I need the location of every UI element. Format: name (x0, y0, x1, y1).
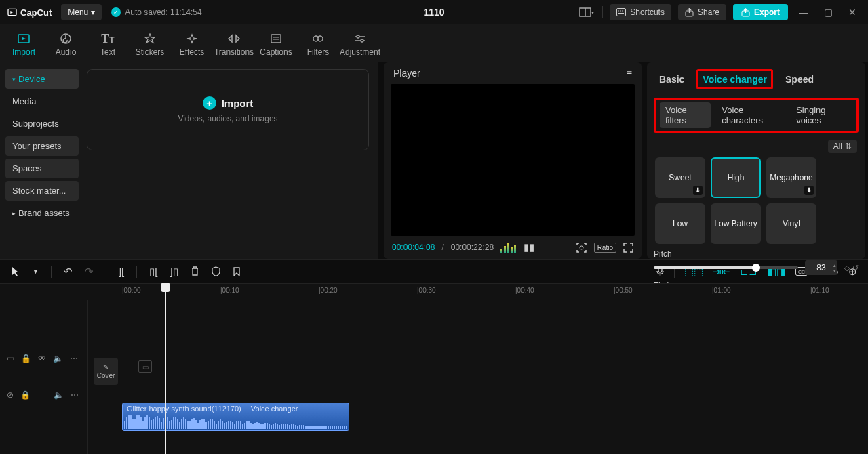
download-icon: ⬇ (804, 186, 814, 195)
player-title: Player (393, 68, 420, 79)
stickers-icon (144, 31, 156, 46)
trim-left-button[interactable]: ▯[ (149, 266, 157, 278)
sidebar-item-media[interactable]: Media (5, 91, 79, 111)
eye-icon[interactable]: 👁 (38, 354, 46, 363)
time-ruler[interactable]: |00:00|00:10|00:20|00:30|00:40|00:50|01:… (0, 283, 868, 300)
layout-button[interactable]: ▾ (578, 3, 595, 21)
minimize-button[interactable]: — (795, 3, 812, 21)
shortcuts-button[interactable]: Shortcuts (610, 4, 671, 20)
inspector-tab-basic[interactable]: Basic (655, 71, 688, 87)
preset-label: High (728, 173, 745, 182)
ratio-button[interactable]: Ratio (594, 243, 616, 253)
menu-label: Menu (68, 7, 88, 17)
app-name: CapCut (20, 7, 52, 18)
voice-subtab-voice-characters[interactable]: Voice characters (716, 102, 785, 128)
undo-button[interactable]: ↶ (64, 266, 73, 278)
more-icon[interactable]: ⋯ (70, 354, 78, 363)
fullscreen-button[interactable] (623, 243, 633, 253)
project-title[interactable]: 1110 (423, 7, 444, 18)
split-button[interactable]: ]​[ (119, 266, 124, 277)
cover-button[interactable]: ✎ Cover (94, 358, 118, 385)
pitch-value[interactable]: 83▴▾ (805, 260, 837, 275)
lock-icon[interactable]: 🔒 (20, 390, 31, 400)
zoom-in-button[interactable]: ⊕ (848, 266, 857, 278)
share-label: Share (698, 7, 719, 17)
top-tab-captions[interactable]: Captions (256, 27, 296, 61)
more-icon[interactable]: ⋯ (71, 390, 79, 400)
sidebar-item-device[interactable]: ▾Device (5, 69, 79, 89)
player-controls: 00:00:04:08 / 00:00:22:28 ▮▮ Ratio (384, 236, 642, 259)
sidebar-item-stock-mater-[interactable]: Stock mater... (5, 181, 79, 201)
top-tab-adjustment[interactable]: Adjustment (340, 27, 380, 61)
playhead-handle[interactable] (161, 283, 170, 292)
sidebar-item-spaces[interactable]: Spaces (5, 159, 79, 178)
pitch-slider[interactable] (654, 266, 798, 269)
audio-clip[interactable]: Glitter happy synth sound(112170) Voice … (122, 403, 349, 431)
player-menu-icon[interactable]: ≡ (627, 68, 632, 79)
playhead[interactable] (165, 300, 166, 454)
import-dropzone[interactable]: + Import Videos, audios, and images (87, 69, 369, 150)
scan-button[interactable] (576, 242, 587, 253)
audio-icon (60, 31, 72, 46)
voice-preset-low-battery[interactable]: Low Battery (711, 203, 761, 244)
delete-button[interactable] (191, 266, 199, 276)
import-icon (17, 31, 31, 46)
close-button[interactable]: ✕ (844, 3, 861, 21)
transitions-icon (227, 31, 241, 46)
share-button[interactable]: Share (678, 4, 726, 20)
stepper-icon[interactable]: ▴▾ (833, 263, 836, 273)
plus-icon: + (203, 96, 216, 110)
voice-subtab-voice-filters[interactable]: Voice filters (660, 102, 711, 128)
export-button[interactable]: Export (733, 4, 788, 20)
voice-preset-megaphone[interactable]: Megaphone⬇ (766, 157, 816, 198)
time-tick: |00:00 (122, 287, 141, 294)
top-tab-audio[interactable]: Audio (46, 27, 85, 61)
voice-subtab-singing-voices[interactable]: Singing voices (791, 102, 852, 128)
mute-icon[interactable]: 🔈 (54, 390, 64, 400)
voice-preset-low[interactable]: Low (655, 203, 705, 244)
layout-icon (579, 7, 591, 17)
voice-preset-vinyl[interactable]: Vinyl (766, 203, 816, 244)
preset-label: Sweet (669, 173, 691, 182)
top-tab-import[interactable]: Import (4, 27, 43, 61)
trim-right-button[interactable]: ]▯ (170, 266, 178, 278)
sidebar-item-brand-assets[interactable]: ▸Brand assets (5, 203, 79, 223)
player-panel: Player ≡ 00:00:04:08 / 00:00:22:28 ▮▮ Ra… (384, 62, 642, 259)
top-tab-text[interactable]: TTText (88, 27, 127, 61)
top-tab-label: Effects (180, 47, 204, 57)
tool-dropdown[interactable]: ▼ (33, 268, 39, 275)
text-icon: TT (101, 31, 114, 46)
menu-button[interactable]: Menu ▾ (61, 4, 102, 20)
marker-button[interactable] (212, 266, 220, 276)
voice-preset-high[interactable]: High (711, 157, 761, 198)
slider-thumb[interactable] (752, 264, 760, 272)
svg-text:CC: CC (798, 270, 805, 274)
auto-saved-status: ✓ Auto saved: 11:14:54 (111, 7, 201, 17)
video-track-icon[interactable]: ▭ (7, 354, 14, 363)
inspector-tab-speed[interactable]: Speed (781, 71, 818, 87)
voice-preset-sweet[interactable]: Sweet⬇ (655, 157, 705, 198)
all-filter-button[interactable]: All ⇅ (828, 140, 857, 153)
top-tab-stickers[interactable]: Stickers (130, 27, 170, 61)
flag-button[interactable] (233, 267, 241, 276)
maximize-button[interactable]: ▢ (819, 3, 837, 21)
sidebar-item-your-presets[interactable]: Your presets (5, 136, 79, 156)
redo-button[interactable]: ↷ (85, 266, 94, 278)
inspector-tab-voice-changer[interactable]: Voice changer (696, 69, 773, 89)
mute-icon[interactable]: 🔈 (53, 354, 63, 363)
sidebar-item-subprojects[interactable]: Subprojects (5, 114, 79, 133)
lock-icon[interactable]: 🔒 (21, 354, 31, 363)
select-tool[interactable] (11, 266, 20, 277)
play-pause-button[interactable]: ▮▮ (524, 241, 534, 253)
top-tab-filters[interactable]: Filters (298, 27, 338, 61)
top-tab-label: Captions (260, 47, 292, 57)
sidebar-item-label: Subprojects (12, 119, 59, 129)
video-preview[interactable] (391, 84, 635, 236)
bookmark-icon (233, 267, 241, 276)
disable-icon[interactable]: ⊘ (7, 390, 14, 400)
top-tab-transitions[interactable]: Transitions (214, 27, 254, 61)
ruler-playhead[interactable] (165, 284, 166, 300)
video-track-slot[interactable]: ▭ (138, 360, 152, 373)
svg-point-16 (317, 36, 323, 41)
top-tab-effects[interactable]: Effects (172, 27, 212, 61)
